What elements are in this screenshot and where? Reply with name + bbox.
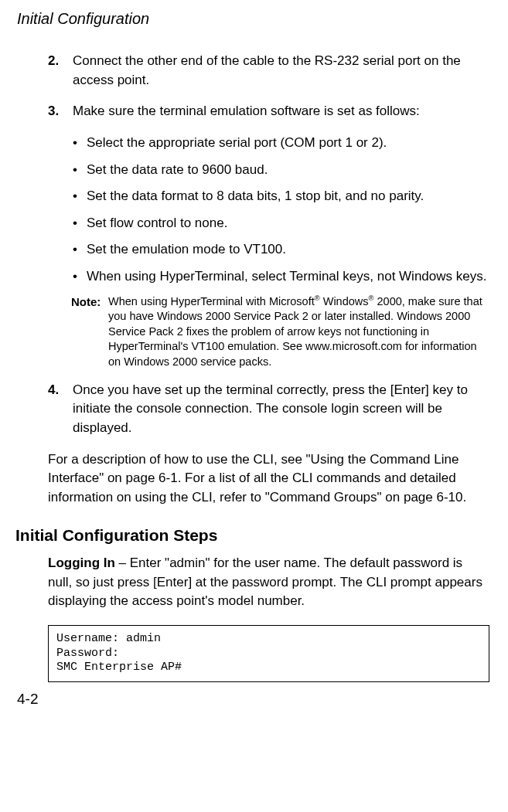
note-label: Note: xyxy=(71,294,108,370)
bullet-text: Select the appropriate serial port (COM … xyxy=(87,134,489,153)
bullet-marker: • xyxy=(73,161,87,180)
section-heading: Initial Configuration Steps xyxy=(15,524,494,547)
bullet-marker: • xyxy=(73,214,87,233)
step-3-number: 3. xyxy=(48,102,73,121)
step-3: 3. Make sure the terminal emulation soft… xyxy=(48,102,489,121)
step-3-bullets: • Select the appropriate serial port (CO… xyxy=(73,134,489,287)
bullet-item: • Set flow control to none. xyxy=(73,214,489,233)
bullet-marker: • xyxy=(73,240,87,260)
step-2-text: Connect the other end of the cable to th… xyxy=(73,52,489,90)
running-header: Initial Configuration xyxy=(17,8,494,30)
logging-in-paragraph: Logging In – Enter "admin" for the user … xyxy=(48,554,489,611)
bullet-item: • Select the appropriate serial port (CO… xyxy=(73,134,489,153)
bullet-marker: • xyxy=(73,187,87,206)
bullet-text: Set flow control to none. xyxy=(87,214,489,233)
bullet-text: When using HyperTerminal, select Termina… xyxy=(87,267,489,287)
bullet-marker: • xyxy=(73,134,87,153)
step-2-number: 2. xyxy=(48,52,73,90)
step-2: 2. Connect the other end of the cable to… xyxy=(48,52,489,90)
cli-reference-paragraph: For a description of how to use the CLI,… xyxy=(48,450,489,508)
page-number: 4-2 xyxy=(17,688,494,710)
note-text-pre: When using HyperTerminal with Microsoft xyxy=(108,295,315,307)
step-4-text: Once you have set up the terminal correc… xyxy=(73,381,489,438)
note-block: Note: When using HyperTerminal with Micr… xyxy=(71,294,489,370)
bullet-text: Set the data format to 8 data bits, 1 st… xyxy=(87,187,489,206)
bullet-item: • Set the data format to 8 data bits, 1 … xyxy=(73,187,489,206)
bullet-item: • Set the emulation mode to VT100. xyxy=(73,240,489,260)
bullet-text: Set the emulation mode to VT100. xyxy=(87,240,489,260)
terminal-output: Username: admin Password: SMC Enterprise… xyxy=(48,625,489,682)
note-text-mid: Windows xyxy=(320,295,369,307)
bullet-item: • When using HyperTerminal, select Termi… xyxy=(73,267,489,287)
bullet-text: Set the data rate to 9600 baud. xyxy=(87,161,489,180)
logging-in-label: Logging In xyxy=(48,555,115,570)
step-4-number: 4. xyxy=(48,381,73,438)
bullet-marker: • xyxy=(73,267,87,287)
registered-mark-icon: ® xyxy=(315,294,320,302)
step-3-text: Make sure the terminal emulation softwar… xyxy=(73,102,489,121)
note-body: When using HyperTerminal with Microsoft®… xyxy=(108,294,489,370)
bullet-item: • Set the data rate to 9600 baud. xyxy=(73,161,489,180)
step-4: 4. Once you have set up the terminal cor… xyxy=(48,381,489,438)
